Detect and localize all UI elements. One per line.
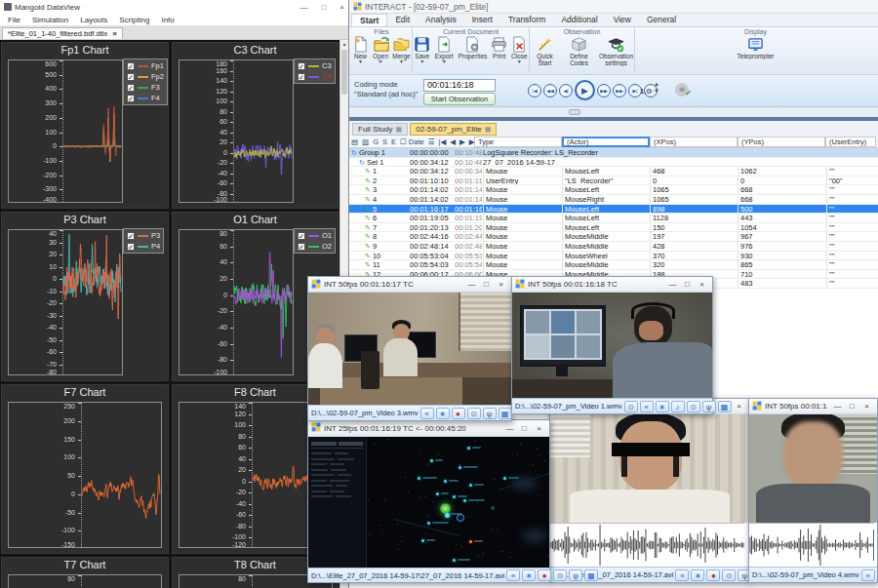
save-button[interactable]: Save▾ [413,36,431,64]
window-close-button[interactable]: × [494,280,508,289]
merge-button[interactable]: Merge▾ [391,36,412,64]
tab-close-icon[interactable]: × [112,29,117,38]
table-row-event[interactable]: ✎800:02:44:1600:02:44:16MouseMouseMiddle… [349,232,878,242]
scrollbar-thumb[interactable] [341,50,347,95]
menu-info[interactable]: Info [155,16,180,24]
legend-checkbox[interactable]: ✓ [298,62,305,70]
dropdown-caret-icon[interactable]: ▾ [371,59,390,64]
window-maximize-button[interactable]: □ [479,280,494,289]
ribbon-tab-analysis[interactable]: Analysis [418,14,464,26]
stepper-up-icon[interactable]: ▲ [654,81,659,88]
film-icon[interactable]: ▦ [718,401,732,412]
legend-checkbox[interactable]: ✓ [127,73,135,81]
video-window-room-cam[interactable]: INT 50fps 00:01:16:17 TC —□× D:\...\02-5… [307,276,512,421]
mic-icon[interactable]: ψ [569,569,582,581]
clock-icon[interactable]: ⊙ [467,408,481,419]
ribbon-tab-view[interactable]: View [606,14,639,26]
table-row-event[interactable]: ✎200:01:10:1000:01:11:24UserEntry"LS_Rec… [349,176,878,186]
dataview-maximize-button[interactable]: □ [321,3,326,12]
rewind-button[interactable]: ◀◀ [543,84,557,98]
video-window-titlebar[interactable]: INT 50fps 00:01:16:17 TC —□× [749,399,877,414]
step-back-button[interactable]: ◀| [559,84,573,98]
toolbar-icon[interactable]: ◀ [450,137,456,146]
video-window-titlebar[interactable]: INT 25fps 00:01:16:19 TC <- 00:00:45:20 … [308,420,549,437]
close-button[interactable]: Close▾ [510,36,529,64]
table-row-event[interactable]: ✎1000:05:53:0400:05:53:04MouseMouseWheel… [349,252,878,261]
toolbar-icon[interactable]: ▥ [362,137,369,146]
table-row-event[interactable]: ✎900:02:48:1400:02:48:14MouseMouseMiddle… [349,242,878,252]
window-maximize-button[interactable]: □ [517,424,532,433]
window-minimize-button[interactable]: — [464,280,479,289]
window-close-button[interactable]: × [732,402,746,411]
dropdown-caret-icon[interactable]: ▾ [413,59,431,64]
dropdown-caret-icon[interactable]: ▾ [391,59,412,64]
legend-checkbox[interactable]: ✓ [127,95,135,102]
timeline-handle[interactable] [569,109,580,115]
rewind-icon[interactable]: « [420,408,434,419]
column-header-userentry[interactable]: (UserEntry) [825,137,876,147]
clock-icon[interactable]: ⊙ [624,401,638,412]
video-window-desk-cam[interactable]: INT 50fps 00:01:16:18 TC —□× D:\...\02-5… [511,276,713,414]
column-header-type[interactable]: Type [474,137,562,147]
export-button[interactable]: Export▾ [432,36,455,64]
legend-checkbox[interactable]: ✓ [298,232,305,240]
window-close-button[interactable]: × [532,424,546,433]
clock-icon[interactable]: ⊙ [553,569,567,581]
table-row-group[interactable]: ↻Group 100:00:00:0000:10:48:15LogSquare … [349,148,878,158]
clock-icon[interactable]: ⊙ [722,569,736,581]
window-close-button[interactable]: × [695,280,709,289]
dropdown-caret-icon[interactable]: ▾ [510,59,529,64]
table-row-event[interactable]: ✎100:00:34:1200:00:34:12MouseMouseLeft46… [349,167,878,176]
toolbar-icon[interactable]: ▤ [351,137,358,146]
note-icon[interactable]: ♪ [671,401,685,412]
ribbon-tab-insert[interactable]: Insert [464,14,500,26]
table-row-event[interactable]: ✎300:01:14:0200:01:14:02MouseMouseLeft10… [349,185,878,195]
record-icon[interactable]: ● [452,408,465,419]
play-button[interactable]: ▶ [575,80,595,100]
column-header-xpos[interactable]: (XPos) [650,137,738,147]
ribbon-tab-start[interactable]: Start [351,14,387,26]
toolbar-icon[interactable]: ▶ [459,137,465,146]
window-minimize-button[interactable]: — [830,402,845,411]
mic-icon[interactable]: ψ [483,408,497,419]
mic-icon[interactable]: ψ [702,401,716,412]
rewind-icon[interactable]: « [861,569,875,581]
table-row-event[interactable]: ✎700:01:20:1300:01:20:13MouseMouseLeft15… [349,223,878,233]
dataview-document-tab[interactable]: *Elite_01_1-40_filtered.bdf.dtlx × [2,27,123,39]
print-button[interactable]: Print [490,36,508,64]
dropdown-caret-icon[interactable]: ▾ [351,59,370,64]
toolbar-icon[interactable]: ☰ [428,137,435,146]
fast-forward-button[interactable]: ▶▶ [597,84,611,98]
legend-checkbox[interactable]: ✓ [127,243,135,251]
table-row-event[interactable]: ✎400:01:14:0200:01:14:02MouseMouseRight1… [349,195,878,205]
menu-simulation[interactable]: Simulation [26,16,74,24]
legend-checkbox[interactable]: ✓ [298,243,305,251]
table-row-set[interactable]: ↻Set 100:00:34:1200:10:48:1527_07_2016 1… [349,158,878,168]
legend-checkbox[interactable]: ✓ [298,73,305,81]
teleprompter-button[interactable]: Teleprompter [732,36,780,59]
video-window-titlebar[interactable]: INT 50fps 00:01:16:17 TC —□× [308,277,511,293]
rewind-icon[interactable]: « [675,569,689,581]
ribbon-tab-general[interactable]: General [639,14,684,26]
doc-tab-full-study[interactable]: Full Study▦ [352,123,408,136]
legend-checkbox[interactable]: ✓ [127,84,135,92]
timeline-strip[interactable] [349,107,878,117]
open-button[interactable]: Open▾ [371,36,390,64]
film-icon[interactable]: ▦ [584,569,598,581]
bluetooth-icon[interactable]: ∗ [436,408,450,419]
dataview-minimize-button[interactable]: — [299,3,307,12]
legend-checkbox[interactable]: ✓ [127,62,135,70]
window-minimize-button[interactable]: — [502,424,517,433]
ribbon-tab-edit[interactable]: Edit [387,14,418,26]
table-row-event[interactable]: ✎1100:05:54:0300:05:54:03MouseMouseMiddl… [349,260,878,270]
dataview-close-button[interactable]: × [339,3,344,12]
video-window-cam4[interactable]: INT 50fps 00:01:16:17 TC —□× D:\...\02-5… [748,398,878,583]
speed-stepper[interactable]: ▲▼ [654,81,659,95]
ribbon-tab-additional[interactable]: Additional [553,14,605,26]
menu-layouts[interactable]: Layouts [74,16,113,24]
quick-start-button[interactable]: Quick Start [530,36,560,66]
table-row-event[interactable]: ✎600:01:19:0500:01:19:05MouseMouseLeft11… [349,214,878,223]
window-minimize-button[interactable]: — [665,280,680,289]
define-codes-button[interactable]: Define Codes [561,36,597,66]
toolbar-g-button[interactable]: G [373,137,379,146]
